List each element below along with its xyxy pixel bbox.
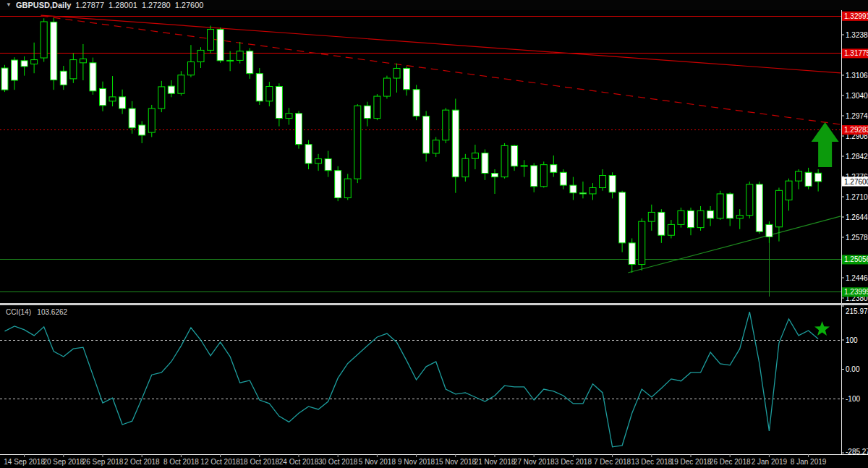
price-line-badge-label: 1.32991: [844, 12, 868, 20]
trendlines-layer[interactable]: [41, 15, 841, 273]
date-tick-label: 5 Nov 2018: [359, 458, 396, 466]
candle-body: [315, 159, 322, 163]
candle-body: [217, 30, 224, 61]
date-tick-label: 14 Sep 2018: [4, 458, 45, 466]
candle-body: [678, 210, 684, 224]
candle-body: [658, 212, 665, 235]
candle-body: [443, 110, 449, 140]
candle-body: [158, 87, 165, 109]
price-tick-label: 1.27105: [846, 193, 868, 201]
time-axis[interactable]: 14 Sep 201820 Sep 201826 Sep 20182 Oct 2…: [4, 454, 827, 466]
cci-tick-label: -100: [846, 395, 860, 403]
candle-body: [775, 190, 782, 226]
candle-body: [374, 96, 380, 119]
candle-body: [697, 210, 704, 227]
candle-body: [404, 68, 410, 89]
candle-body: [276, 86, 282, 118]
price-line-badge-label: 1.31775: [844, 49, 868, 57]
date-tick-label: 2 Oct 2018: [124, 458, 160, 466]
candle-body: [325, 159, 331, 171]
candle-body: [148, 109, 155, 132]
chart-canvas[interactable]: 1.323851.310651.304051.297451.290851.284…: [0, 0, 868, 468]
date-tick-label: 7 Dec 2018: [594, 458, 631, 466]
price-line-badge-label: 1.25056: [844, 255, 868, 263]
candle-body: [60, 71, 67, 85]
candle-body: [531, 166, 537, 187]
candle-body: [540, 165, 547, 187]
up-arrow-marker[interactable]: [812, 122, 839, 167]
price-tick-label: 1.31065: [846, 72, 868, 80]
date-tick-label: 27 Nov 2018: [514, 458, 555, 466]
trendline-1[interactable]: [41, 15, 841, 73]
candle-body: [286, 114, 292, 119]
cci-tick-label: 215.9783: [846, 307, 868, 315]
candle-body: [41, 22, 47, 58]
indicator-name: CCI(14): [6, 308, 31, 316]
date-tick-label: 26 Sep 2018: [82, 458, 124, 466]
candle-body: [364, 106, 370, 118]
cci-tick-label: 0.00: [846, 365, 860, 373]
candle-body: [305, 145, 312, 163]
price-line-badge-label: 1.23999: [844, 288, 868, 296]
price-tick-label: 1.29745: [846, 112, 868, 120]
candles-layer[interactable]: [1, 18, 822, 273]
date-tick-label: 18 Oct 2018: [240, 458, 280, 466]
pane-separator[interactable]: [0, 303, 868, 305]
candle-body: [237, 51, 243, 61]
price-axis[interactable]: 1.323851.310651.304051.297451.290851.284…: [841, 12, 868, 302]
candle-body: [1, 68, 8, 90]
candle-body: [433, 140, 439, 153]
candle-body: [501, 145, 508, 176]
candle-body: [815, 173, 822, 182]
candle-body: [208, 30, 214, 51]
star-marker[interactable]: [814, 321, 830, 336]
candle-body: [560, 172, 566, 185]
date-tick-label: 12 Oct 2018: [200, 458, 240, 466]
candle-body: [31, 60, 38, 64]
candle-body: [51, 22, 57, 80]
candle-body: [413, 90, 420, 116]
candle-body: [550, 165, 557, 173]
date-tick-label: 19 Dec 2018: [671, 458, 712, 466]
candle-body: [462, 158, 469, 176]
date-tick-label: 20 Sep 2018: [43, 458, 84, 466]
price-tick-label: 1.28425: [846, 153, 868, 161]
candle-body: [452, 110, 459, 176]
candle-body: [12, 60, 18, 80]
price-tick-label: 1.24465: [846, 274, 868, 282]
candle-body: [423, 116, 430, 153]
candle-body: [119, 97, 126, 109]
date-tick-label: 9 Nov 2018: [398, 458, 435, 466]
candle-body: [805, 172, 812, 186]
mt4-chart-window: ▼ GBPUSD,Daily 1.27877 1.28001 1.27280 1…: [0, 0, 868, 468]
candle-body: [247, 51, 253, 74]
indicator-axis[interactable]: 215.97831000.00-100-285.274: [841, 306, 868, 455]
candle-body: [168, 86, 174, 93]
candle-body: [786, 181, 792, 200]
candle-body: [335, 171, 341, 198]
candle-body: [482, 153, 488, 174]
candle-body: [139, 125, 145, 135]
current-price-label: 1.27600: [844, 178, 868, 186]
candle-body: [688, 210, 694, 227]
date-tick-label: 26 Dec 2018: [710, 458, 751, 466]
candle-body: [590, 187, 596, 193]
candle-body: [296, 114, 302, 145]
price-tick-label: 1.30405: [846, 92, 868, 100]
indicator-value: 103.6262: [37, 308, 67, 316]
date-tick-label: 13 Dec 2018: [631, 458, 672, 466]
candle-body: [129, 109, 135, 128]
candle-body: [70, 60, 77, 79]
candle-body: [266, 86, 273, 101]
candle-body: [227, 60, 234, 61]
candle-body: [197, 50, 204, 61]
date-tick-label: 3 Dec 2018: [555, 458, 592, 466]
candle-body: [639, 221, 645, 264]
candle-body: [756, 184, 762, 231]
candle-body: [796, 171, 802, 181]
price-tick-label: 1.32385: [846, 31, 868, 39]
candle-body: [668, 224, 674, 235]
date-tick-label: 15 Nov 2018: [435, 458, 476, 466]
candle-body: [187, 62, 194, 75]
candle-body: [521, 166, 527, 166]
